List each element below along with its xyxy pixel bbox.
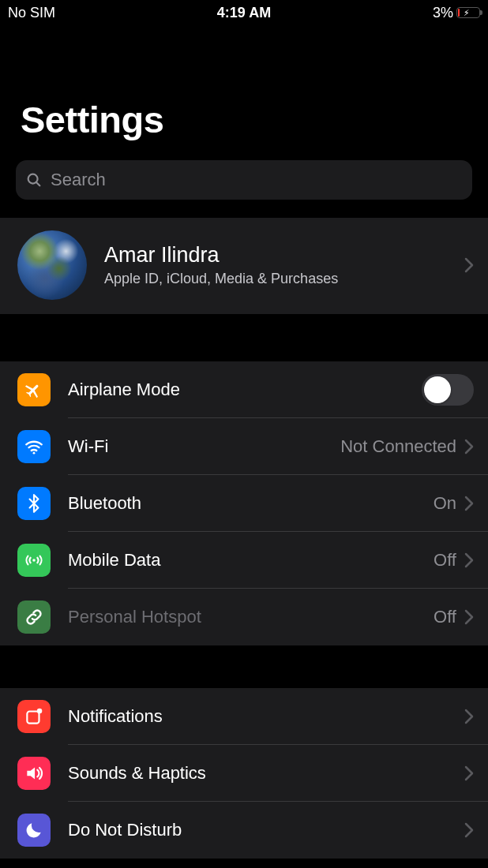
search-icon — [25, 171, 43, 189]
row-value: Off — [434, 607, 456, 627]
row-do-not-disturb[interactable]: Do Not Disturb — [0, 802, 488, 859]
notifications-icon — [17, 700, 51, 733]
row-label: Bluetooth — [68, 493, 434, 514]
airplane-mode-toggle[interactable] — [422, 374, 474, 406]
status-carrier: No SIM — [8, 5, 55, 21]
row-label: Do Not Disturb — [68, 820, 464, 840]
row-label: Sounds & Haptics — [68, 763, 464, 784]
status-time: 4:19 AM — [217, 5, 271, 21]
row-label: Personal Hotspot — [68, 607, 434, 627]
account-name: Amar Ilindra — [104, 243, 447, 268]
row-value: Off — [434, 550, 456, 571]
chevron-right-icon — [464, 822, 474, 838]
search-input[interactable] — [51, 170, 463, 190]
row-label: Mobile Data — [68, 550, 434, 571]
svg-point-2 — [33, 452, 36, 455]
chevron-right-icon — [464, 439, 474, 455]
airplane-icon — [17, 373, 51, 406]
profile-avatar — [17, 230, 87, 300]
row-label: Airplane Mode — [68, 380, 422, 400]
chevron-right-icon — [464, 709, 474, 724]
row-airplane-mode[interactable]: Airplane Mode — [0, 361, 488, 418]
page-title: Settings — [21, 98, 467, 141]
account-subtitle: Apple ID, iCloud, Media & Purchases — [104, 271, 447, 287]
row-mobile-data[interactable]: Mobile Data Off — [0, 532, 488, 589]
svg-point-5 — [37, 709, 43, 714]
status-right: 3% ⚡︎ — [433, 5, 480, 21]
row-label: Wi-Fi — [68, 436, 340, 457]
link-icon — [17, 600, 51, 634]
bluetooth-icon — [17, 487, 51, 520]
search-field[interactable] — [16, 160, 472, 200]
chevron-right-icon — [464, 257, 474, 273]
battery-percent: 3% — [433, 5, 453, 21]
row-bluetooth[interactable]: Bluetooth On — [0, 475, 488, 532]
antenna-icon — [17, 544, 51, 577]
moon-icon — [17, 814, 51, 847]
row-value: Not Connected — [340, 436, 456, 457]
wifi-icon — [17, 430, 51, 463]
row-label: Notifications — [68, 706, 464, 727]
svg-rect-4 — [27, 712, 39, 724]
row-sounds-haptics[interactable]: Sounds & Haptics — [0, 745, 488, 802]
speaker-icon — [17, 757, 51, 790]
chevron-right-icon — [464, 496, 474, 511]
status-bar: No SIM 4:19 AM 3% ⚡︎ — [0, 0, 488, 25]
svg-point-3 — [32, 559, 35, 561]
row-wifi[interactable]: Wi-Fi Not Connected — [0, 418, 488, 475]
svg-line-1 — [36, 182, 39, 185]
apple-id-row[interactable]: Amar Ilindra Apple ID, iCloud, Media & P… — [0, 218, 488, 314]
row-value: On — [434, 493, 456, 514]
battery-icon: ⚡︎ — [456, 7, 480, 18]
chevron-right-icon — [464, 765, 474, 781]
row-notifications[interactable]: Notifications — [0, 688, 488, 745]
chevron-right-icon — [464, 552, 474, 568]
chevron-right-icon — [464, 609, 474, 625]
row-personal-hotspot[interactable]: Personal Hotspot Off — [0, 589, 488, 645]
